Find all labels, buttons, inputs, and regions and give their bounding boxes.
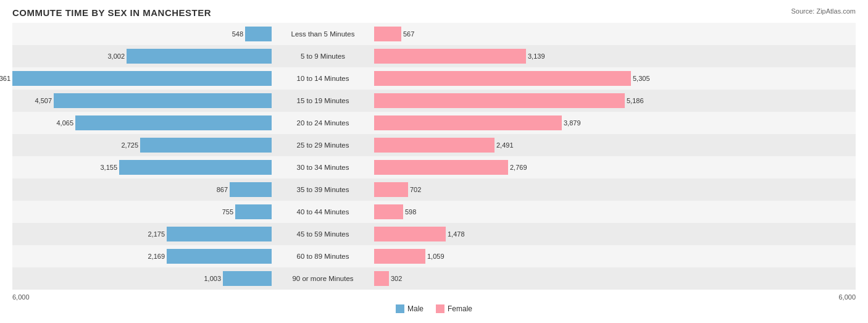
value-male: 3,155 (100, 164, 117, 171)
value-male: 4,507 (35, 97, 52, 104)
bar-left-container: 3,155 (12, 156, 272, 178)
chart-container: COMMUTE TIME BY SEX IN MANCHESTER Source… (0, 0, 868, 323)
value-female: 5,186 (627, 97, 644, 104)
bar-left-container: 1,003 (12, 267, 272, 290)
value-female: 5,305 (633, 75, 650, 82)
value-male: 867 (217, 186, 228, 193)
row-label: 90 or more Minutes (272, 275, 374, 282)
bar-female: 5,186 (374, 93, 625, 108)
bar-left-container: 3,002 (12, 45, 272, 67)
value-male: 3,002 (107, 52, 125, 60)
legend: Male Female (12, 304, 856, 313)
table-row: 4,50715 to 19 Minutes5,186 (12, 90, 856, 112)
bar-male: 4,507 (54, 93, 272, 108)
bar-left-container: 2,725 (12, 134, 272, 156)
bar-left-container: 4,507 (12, 90, 272, 112)
value-male: 2,725 (121, 141, 138, 149)
row-label: 40 to 44 Minutes (272, 208, 374, 216)
value-female: 2,491 (496, 141, 514, 149)
table-row: 2,16960 to 89 Minutes1,059 (12, 245, 856, 267)
bar-male: 5,361 (12, 71, 272, 86)
bar-female: 302 (374, 271, 389, 286)
value-female: 598 (405, 208, 416, 216)
table-row: 1,00390 or more Minutes302 (12, 267, 856, 290)
value-female: 302 (391, 275, 402, 282)
row-label: 45 to 59 Minutes (272, 230, 374, 238)
value-male: 2,169 (148, 253, 165, 260)
bar-right-container: 302 (374, 267, 633, 290)
legend-female-icon (436, 304, 444, 313)
bar-female: 1,478 (374, 227, 446, 241)
table-row: 5,36110 to 14 Minutes5,305 (12, 67, 856, 90)
source-label: Source: ZipAtlas.com (791, 7, 856, 15)
table-row: 3,0025 to 9 Minutes3,139 (12, 45, 856, 67)
bar-male: 867 (230, 182, 272, 197)
bar-left-container: 5,361 (12, 67, 272, 90)
bar-right-container: 5,186 (374, 90, 633, 112)
bar-male: 2,175 (167, 227, 272, 241)
table-row: 3,15530 to 34 Minutes2,769 (12, 156, 856, 178)
bar-right-container: 1,059 (374, 245, 633, 267)
bar-right-container: 598 (374, 201, 633, 223)
bar-left-container: 2,169 (12, 245, 272, 267)
value-female: 2,769 (510, 164, 527, 171)
value-female: 3,139 (528, 52, 545, 60)
bar-female: 3,139 (374, 49, 526, 64)
axis-labels: 6,000 6,000 (12, 291, 856, 301)
bar-male: 4,065 (75, 115, 272, 130)
bar-right-container: 5,305 (374, 67, 633, 90)
row-label: 60 to 89 Minutes (272, 253, 374, 260)
chart-title: COMMUTE TIME BY SEX IN MANCHESTER (12, 7, 856, 18)
value-male: 2,175 (148, 230, 165, 238)
bar-female: 567 (374, 27, 401, 41)
bar-male: 548 (245, 27, 272, 41)
value-female: 1,059 (427, 253, 444, 260)
value-female: 567 (403, 30, 414, 38)
bar-male: 2,725 (140, 138, 272, 153)
value-male: 5,361 (0, 75, 10, 82)
bar-right-container: 1,478 (374, 223, 633, 245)
row-label: 5 to 9 Minutes (272, 52, 374, 60)
bar-left-container: 755 (12, 201, 272, 223)
bar-right-container: 3,139 (374, 45, 633, 67)
bar-female: 702 (374, 182, 408, 197)
row-label: 30 to 34 Minutes (272, 164, 374, 171)
legend-female-label: Female (448, 304, 472, 313)
bar-female: 3,879 (374, 115, 562, 130)
bar-female: 2,769 (374, 160, 508, 175)
value-female: 1,478 (448, 230, 465, 238)
table-row: 2,17545 to 59 Minutes1,478 (12, 223, 856, 245)
bar-right-container: 567 (374, 23, 633, 45)
value-female: 3,879 (564, 119, 581, 127)
bar-male: 1,003 (223, 271, 272, 286)
value-male: 755 (222, 208, 233, 216)
table-row: 75540 to 44 Minutes598 (12, 201, 856, 223)
row-label: 25 to 29 Minutes (272, 141, 374, 149)
bar-male: 2,169 (167, 249, 272, 264)
row-label: 35 to 39 Minutes (272, 186, 374, 193)
legend-male: Male (396, 304, 424, 313)
bar-left-container: 548 (12, 23, 272, 45)
value-male: 4,065 (56, 119, 73, 127)
axis-left: 6,000 (12, 293, 272, 301)
legend-female: Female (436, 304, 472, 313)
bar-female: 1,059 (374, 249, 425, 264)
bar-right-container: 2,769 (374, 156, 633, 178)
table-row: 548Less than 5 Minutes567 (12, 23, 856, 45)
bar-female: 2,491 (374, 138, 495, 153)
legend-male-icon (396, 304, 404, 313)
chart-area: 548Less than 5 Minutes5673,0025 to 9 Min… (12, 23, 856, 290)
row-label: 15 to 19 Minutes (272, 97, 374, 104)
table-row: 86735 to 39 Minutes702 (12, 178, 856, 201)
bar-left-container: 2,175 (12, 223, 272, 245)
bar-left-container: 867 (12, 178, 272, 201)
bar-right-container: 702 (374, 178, 633, 201)
value-male: 1,003 (204, 275, 221, 282)
legend-male-label: Male (407, 304, 424, 313)
bar-right-container: 2,491 (374, 134, 633, 156)
bar-male: 3,002 (127, 49, 272, 64)
bar-female: 598 (374, 204, 403, 219)
bar-male: 755 (235, 204, 272, 219)
row-label: 20 to 24 Minutes (272, 119, 374, 127)
row-label: 10 to 14 Minutes (272, 75, 374, 82)
